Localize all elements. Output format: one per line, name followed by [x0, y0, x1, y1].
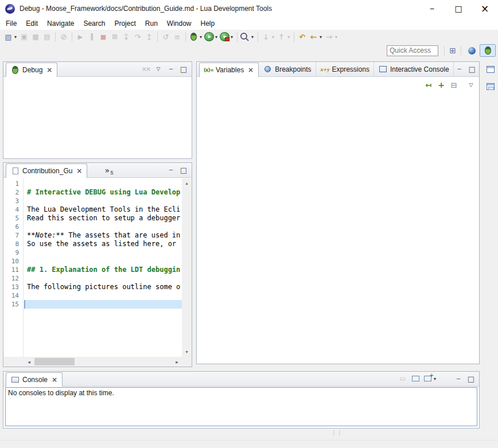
line-number[interactable]: 1	[3, 180, 23, 188]
line-number[interactable]: 9	[3, 248, 23, 257]
line-number[interactable]: 4	[3, 205, 23, 214]
tab-contribution-guide[interactable]: Contribution_Gu	[6, 163, 87, 178]
debug-button[interactable]	[188, 30, 204, 43]
code-line[interactable]	[24, 257, 182, 266]
maximize-view-button[interactable]	[466, 63, 478, 75]
tab-console[interactable]: Console	[6, 372, 63, 387]
close-icon[interactable]	[247, 65, 254, 75]
maximize-view-button[interactable]	[178, 164, 189, 176]
menu-window[interactable]: Window	[162, 18, 196, 29]
terminate-button[interactable]	[98, 30, 109, 43]
next-annotation-button[interactable]	[260, 30, 276, 43]
external-tools-button[interactable]	[219, 30, 235, 43]
line-number[interactable]: 2	[3, 188, 23, 197]
dropdown-arrow-icon[interactable]	[199, 32, 203, 42]
minimize-view-button[interactable]	[165, 164, 177, 176]
code-line[interactable]	[24, 248, 182, 257]
menu-search[interactable]: Search	[79, 18, 110, 29]
minimize-view-button[interactable]	[454, 63, 465, 75]
close-icon[interactable]	[46, 65, 53, 75]
remove-all-terminated-button[interactable]	[140, 63, 151, 75]
hidden-editors-chevron[interactable]: 5	[100, 163, 115, 177]
disconnect-button[interactable]	[109, 30, 120, 43]
line-number[interactable]: 10	[3, 257, 23, 266]
minimize-view-button[interactable]	[453, 373, 464, 384]
scroll-up-icon[interactable]	[182, 178, 192, 188]
tab-expressions[interactable]: Expressions	[316, 62, 374, 76]
close-window-button[interactable]	[472, 0, 498, 17]
run-button[interactable]	[204, 30, 219, 43]
maximize-window-button[interactable]	[445, 0, 472, 17]
menu-file[interactable]: File	[1, 18, 21, 29]
suspend-button[interactable]	[86, 30, 98, 43]
code-line[interactable]	[24, 291, 182, 300]
menu-project[interactable]: Project	[110, 18, 140, 29]
back-button[interactable]	[308, 30, 324, 43]
code-line[interactable]	[24, 223, 182, 231]
code-line[interactable]: Read this section to setup a debugger	[24, 214, 182, 223]
save-button[interactable]	[18, 30, 30, 43]
line-number[interactable]: 8	[3, 240, 23, 248]
collapse-all-button[interactable]	[448, 79, 460, 91]
dropdown-arrow-icon[interactable]	[229, 32, 234, 42]
skip-all-breakpoints-button[interactable]	[58, 30, 69, 43]
code-line[interactable]: ## 1. Explanation of the LDT debuggin	[24, 266, 182, 274]
code-line[interactable]: The Lua Development Tools in the Ecli	[24, 205, 182, 214]
display-console-button[interactable]	[410, 373, 421, 384]
scroll-down-icon[interactable]	[182, 347, 192, 357]
dropdown-arrow-icon[interactable]	[250, 32, 255, 42]
step-into-button[interactable]	[120, 30, 132, 43]
save-all-button[interactable]	[30, 30, 41, 43]
resume-button[interactable]	[75, 30, 86, 43]
dropdown-arrow-icon[interactable]	[318, 32, 323, 42]
minimize-window-button[interactable]	[419, 0, 445, 17]
ldt-perspective-button[interactable]	[464, 44, 480, 57]
line-number[interactable]: 15	[3, 300, 23, 309]
console-content[interactable]: No consoles to display at this time.	[5, 387, 477, 426]
open-console-button[interactable]	[422, 373, 438, 384]
forward-button[interactable]	[324, 30, 339, 43]
code-line[interactable]: So use the assets as listed here, or	[24, 240, 182, 248]
line-number[interactable]: 6	[3, 223, 23, 231]
code-line[interactable]	[24, 180, 182, 188]
code-line[interactable]	[24, 197, 182, 205]
menu-run[interactable]: Run	[141, 18, 162, 29]
minimize-view-button[interactable]	[165, 63, 177, 75]
line-number[interactable]: 13	[3, 283, 23, 291]
drop-to-frame-button[interactable]	[160, 30, 172, 43]
view-menu-button[interactable]	[153, 63, 164, 75]
tab-debug[interactable]: Debug	[6, 63, 57, 77]
dropdown-arrow-icon[interactable]	[286, 32, 291, 42]
step-return-button[interactable]	[143, 30, 155, 43]
dropdown-arrow-icon[interactable]	[334, 32, 339, 42]
import-variables-button[interactable]	[423, 79, 434, 91]
clear-console-button[interactable]	[397, 373, 408, 384]
dropdown-arrow-icon[interactable]	[214, 32, 219, 42]
close-icon[interactable]	[51, 375, 58, 385]
open-perspective-button[interactable]	[447, 44, 458, 57]
new-wizard-button[interactable]	[3, 30, 18, 43]
tab-variables[interactable]: Variables	[199, 63, 259, 77]
scrollbar-thumb[interactable]	[34, 358, 75, 365]
restore-view-button-1[interactable]	[485, 63, 496, 76]
tab-interactive-console[interactable]: Interactive Console	[374, 62, 454, 76]
print-button[interactable]	[41, 30, 53, 43]
step-over-button[interactable]	[132, 30, 143, 43]
line-number[interactable]: 3	[3, 197, 23, 205]
scroll-right-icon[interactable]	[172, 357, 182, 367]
code-line[interactable]	[24, 300, 182, 309]
scroll-left-icon[interactable]	[24, 357, 34, 367]
code-line[interactable]: # Interactive DEBUG using Lua Develop	[24, 188, 182, 197]
view-menu-button[interactable]	[465, 79, 477, 91]
quick-access-input[interactable]: Quick Access	[387, 45, 438, 56]
menu-edit[interactable]: Edit	[21, 18, 42, 29]
close-icon[interactable]	[76, 166, 83, 176]
code-line[interactable]	[24, 274, 182, 283]
line-number[interactable]: 5	[3, 214, 23, 223]
horizontal-scrollbar[interactable]	[24, 357, 182, 367]
code-line[interactable]: The following pictures outline some o	[24, 283, 182, 291]
code-line[interactable]: **Note:** The assets that are used in	[24, 231, 182, 240]
line-number[interactable]: 7	[3, 231, 23, 240]
editor-code[interactable]: # Interactive DEBUG using Lua DevelopThe…	[24, 178, 182, 357]
maximize-view-button[interactable]	[178, 63, 189, 75]
